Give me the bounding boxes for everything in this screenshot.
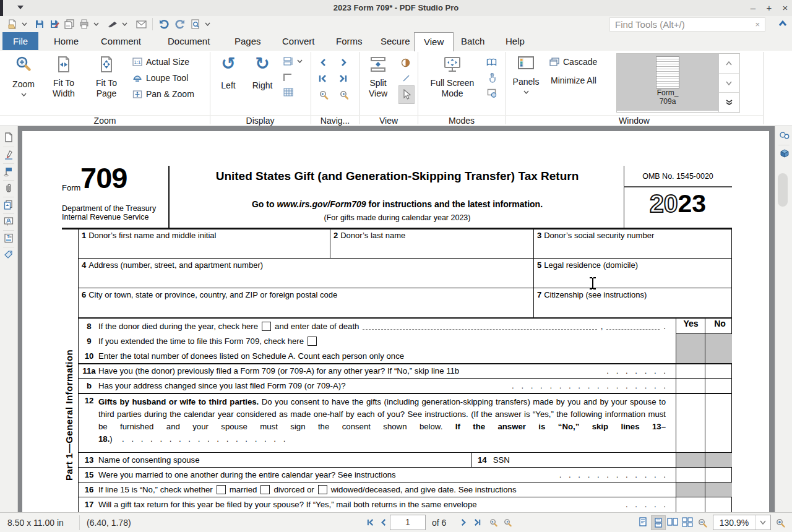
tab-comment[interactable]: Comment — [92, 32, 150, 50]
comments-panel-icon[interactable] — [4, 217, 14, 226]
tab-convert[interactable]: Convert — [273, 32, 324, 50]
print-icon[interactable] — [78, 18, 90, 30]
tab-view[interactable]: View — [414, 32, 454, 51]
preview-search-icon[interactable] — [189, 18, 202, 30]
last-page-icon[interactable] — [338, 74, 348, 83]
open-dropdown-chevron-icon[interactable] — [20, 18, 28, 30]
panel-separator — [778, 145, 790, 145]
touch-mode-button[interactable] — [488, 73, 496, 83]
row-16-divorced-checkbox[interactable] — [260, 485, 270, 494]
minimize-all-button[interactable]: Minimize All — [551, 75, 596, 85]
collapse-ribbon-icon[interactable] — [777, 19, 788, 30]
maximize-button[interactable]: + — [762, 2, 776, 14]
first-page-icon[interactable] — [318, 74, 328, 83]
pdf-page[interactable]: Form 709 Department of the Treasury Inte… — [22, 131, 769, 512]
tab-help[interactable]: Help — [496, 32, 534, 50]
next-page-button[interactable] — [459, 518, 467, 526]
part1-rule — [78, 482, 732, 483]
tags-panel-icon[interactable] — [4, 250, 14, 260]
document-thumbnail-item[interactable]: Form_ 709a — [617, 54, 718, 111]
tab-pages[interactable]: Pages — [225, 32, 270, 50]
fit-to-width-button[interactable]: Fit To Width — [45, 56, 83, 99]
date-of-death-year-field[interactable] — [606, 322, 660, 330]
last-page-button[interactable] — [473, 518, 482, 526]
rulers-button[interactable] — [283, 73, 293, 82]
next-page-icon[interactable] — [339, 58, 348, 67]
expand-list-icon[interactable] — [719, 93, 739, 112]
marker-dropdown-chevron-icon[interactable] — [120, 18, 129, 30]
content-panel-icon[interactable]: T — [4, 233, 14, 243]
date-of-death-field[interactable] — [363, 322, 596, 330]
tab-forms[interactable]: Forms — [327, 32, 372, 50]
previous-page-icon[interactable] — [319, 58, 328, 67]
tab-document[interactable]: Document — [158, 32, 219, 50]
panels-button[interactable]: Panels — [510, 56, 542, 94]
layers-panel-icon[interactable] — [4, 200, 14, 210]
preview-dropdown-chevron-icon[interactable] — [203, 18, 212, 30]
zoom-in-button[interactable] — [776, 518, 785, 528]
tab-batch[interactable]: Batch — [452, 32, 494, 50]
bookmarks-panel-icon[interactable] — [4, 166, 14, 176]
line-tool-button[interactable] — [402, 74, 410, 82]
row-16-married-checkbox[interactable] — [217, 485, 226, 494]
tab-file[interactable]: File — [2, 32, 38, 50]
select-cursor-button[interactable] — [398, 85, 415, 104]
open-file-icon[interactable] — [6, 18, 19, 30]
zoom-out-button[interactable] — [698, 518, 707, 528]
single-page-layout-button[interactable] — [636, 515, 650, 529]
full-screen-mode-button[interactable]: Full Screen Mode — [423, 56, 481, 99]
pan-zoom-button[interactable]: Pan & Zoom — [132, 89, 194, 99]
pan-zoom-panel-icon[interactable] — [779, 148, 789, 158]
previous-view-button[interactable] — [489, 518, 498, 527]
next-view-button[interactable] — [502, 518, 512, 527]
actual-size-button[interactable]: 1:1 Actual Size — [132, 57, 189, 67]
undo-icon[interactable] — [158, 18, 171, 30]
scroll-up-icon[interactable] — [719, 54, 739, 74]
save-all-icon[interactable] — [63, 18, 75, 30]
split-view-button[interactable]: Split View — [363, 56, 394, 99]
row-9-checkbox[interactable] — [308, 337, 317, 346]
find-tools-search[interactable]: Find Tools (Alt+/) × — [609, 17, 765, 32]
rotate-right-button[interactable]: ↻ Right — [246, 56, 278, 91]
rotate-left-button[interactable]: ↺ Left — [214, 56, 243, 91]
loupe-tool-button[interactable]: Loupe Tool — [132, 73, 188, 83]
page-display-button[interactable] — [283, 57, 303, 66]
facing-continuous-layout-button[interactable] — [681, 515, 694, 529]
tab-home[interactable]: Home — [45, 32, 88, 50]
zoom-button[interactable]: Zoom — [6, 56, 41, 97]
grid-button[interactable] — [283, 88, 293, 97]
next-view-icon[interactable] — [338, 90, 348, 100]
continuous-layout-button[interactable] — [651, 515, 666, 530]
signatures-panel-icon[interactable] — [4, 150, 14, 160]
scroll-down-icon[interactable] — [719, 74, 739, 93]
close-button[interactable]: × — [778, 2, 792, 14]
row-16-widowed-checkbox[interactable] — [318, 485, 327, 494]
invert-colors-button[interactable] — [401, 58, 410, 67]
attachments-panel-icon[interactable] — [4, 183, 14, 193]
fit-to-page-button[interactable]: Fit To Page — [88, 56, 125, 99]
print-dropdown-chevron-icon[interactable] — [92, 18, 100, 30]
page-number-input[interactable]: 1 — [390, 515, 426, 530]
zoom-dropdown-chevron-icon[interactable] — [755, 515, 770, 530]
email-icon[interactable] — [135, 18, 147, 30]
loupe-panel-icon[interactable] — [779, 131, 789, 141]
vertical-scrollbar-thumb[interactable] — [778, 173, 788, 207]
first-page-button[interactable] — [366, 518, 376, 526]
redo-icon[interactable] — [173, 18, 186, 30]
previous-view-icon[interactable] — [319, 90, 329, 100]
row-8-checkbox[interactable] — [262, 322, 271, 331]
presentation-mode-button[interactable] — [487, 88, 497, 98]
minimize-button[interactable]: – — [746, 2, 760, 14]
thumbnails-panel-icon[interactable] — [4, 132, 14, 142]
facing-layout-button[interactable] — [666, 515, 679, 529]
save-icon[interactable] — [33, 18, 46, 30]
cascade-button[interactable]: Cascade — [549, 57, 597, 67]
cascade-icon — [549, 58, 559, 66]
tab-secure[interactable]: Secure — [371, 32, 420, 50]
find-clear-icon[interactable]: × — [750, 20, 765, 29]
read-mode-button[interactable] — [486, 58, 497, 66]
marker-icon[interactable] — [106, 18, 119, 30]
save-as-icon[interactable] — [48, 18, 61, 30]
zoom-level-control[interactable]: 130.9% — [713, 515, 771, 530]
previous-page-button[interactable] — [380, 518, 388, 526]
